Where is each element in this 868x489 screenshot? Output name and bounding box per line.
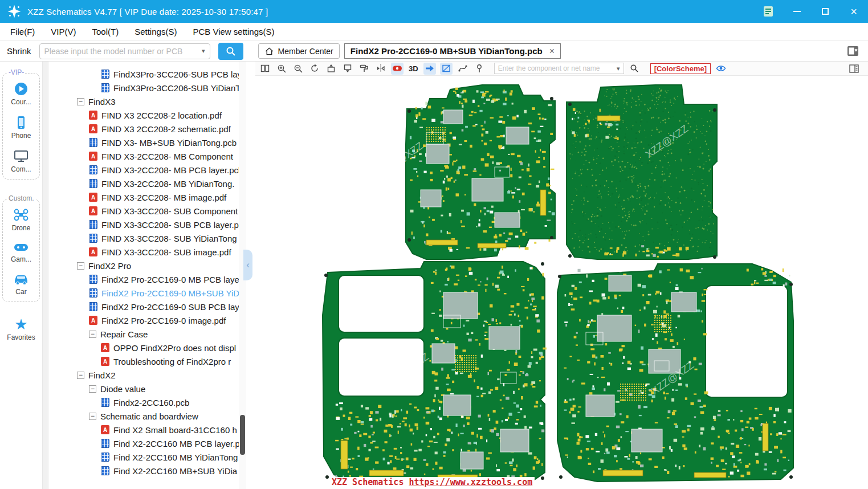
- next-board-icon[interactable]: [423, 63, 436, 75]
- tree-item[interactable]: −Repair Case: [48, 327, 246, 341]
- close-panel-icon[interactable]: [847, 46, 859, 56]
- collapse-minus-icon[interactable]: −: [89, 413, 96, 420]
- tree-item[interactable]: AOPPO FindX2Pro does not displ: [48, 341, 246, 354]
- tab-close-icon[interactable]: ×: [549, 46, 555, 56]
- zoom-in-icon[interactable]: [275, 63, 288, 75]
- net-search-icon[interactable]: [628, 63, 641, 75]
- tree-item[interactable]: −Schematic and boardview: [48, 409, 246, 423]
- tree-item[interactable]: Find X2-2CC160 MB PCB layer.p: [48, 437, 246, 450]
- tree-item[interactable]: FindX2 Pro-2CC169-0 MB PCB laye: [48, 272, 246, 286]
- menu-pcb-view-settings[interactable]: PCB View settings(S): [193, 27, 274, 36]
- tree-item[interactable]: AFIND X3 2CC208-2 schematic.pdf: [48, 122, 246, 136]
- tree-item-label: FIND X3-3CC208- SUB YiDianTong: [101, 234, 237, 243]
- member-center-button[interactable]: Member Center: [258, 43, 340, 59]
- tree-item-label: FIND X3-2CC208- MB image.pdf: [101, 193, 226, 202]
- split-view-icon[interactable]: [259, 63, 271, 75]
- sidebar-item-game[interactable]: Gam...: [11, 241, 31, 263]
- visibility-eye-icon[interactable]: [715, 63, 727, 75]
- pdf-file-icon: A: [89, 316, 97, 325]
- rotate-icon[interactable]: [308, 63, 321, 75]
- tree-item[interactable]: −FindX2: [48, 368, 246, 382]
- tree-item[interactable]: AFIND X3-2CC208- MB image.pdf: [48, 190, 246, 204]
- chevron-down-icon[interactable]: ▾: [617, 66, 620, 72]
- search-button[interactable]: [218, 43, 243, 60]
- tree-item-label: FindX2 Pro-2CC169-0 MB PCB laye: [101, 275, 239, 284]
- tree-item[interactable]: FindX2 Pro-2CC169-0 SUB PCB lay: [48, 300, 246, 313]
- sidebar-item-computer[interactable]: Com...: [11, 149, 31, 173]
- flip-top-icon[interactable]: [325, 63, 337, 75]
- model-search-input[interactable]: [44, 47, 198, 56]
- collapse-minus-icon[interactable]: −: [77, 98, 84, 105]
- shrink-button[interactable]: Shrink: [7, 46, 31, 56]
- close-button[interactable]: ×: [846, 4, 861, 19]
- search-icon: [226, 46, 236, 56]
- tree-item[interactable]: FIND X3-2CC208- MB YiDianTong.: [48, 177, 246, 190]
- pdf-file-icon: A: [101, 425, 109, 434]
- tree-item[interactable]: AFind X2 Small board-31CC160 h: [48, 423, 246, 437]
- maximize-button[interactable]: [818, 4, 833, 19]
- tree-item-label: FindX3Pro-3CC206-SUB PCB lay: [113, 70, 242, 79]
- zoom-out-icon[interactable]: [292, 63, 304, 75]
- tree-item[interactable]: AFIND X3-3CC208- SUB image.pdf: [48, 245, 246, 259]
- mirror-icon[interactable]: [374, 63, 387, 75]
- sidebar-item-favorites[interactable]: ★ Favorites: [0, 317, 42, 341]
- chevron-down-icon[interactable]: ▾: [202, 48, 205, 54]
- tree-item[interactable]: ATroubleshooting of FindX2pro r: [48, 354, 246, 368]
- net-search-input[interactable]: [498, 64, 614, 72]
- net-search-box[interactable]: ▾: [494, 63, 624, 74]
- tree-item[interactable]: AFindX2 Pro-2CC169-0 image.pdf: [48, 313, 246, 327]
- probe-pin-icon[interactable]: [473, 63, 486, 75]
- image-mode-icon[interactable]: [440, 63, 453, 75]
- collapse-minus-icon[interactable]: −: [89, 385, 96, 393]
- tree-item[interactable]: −Diode value: [48, 382, 246, 396]
- tree-item[interactable]: Findx2-2CC160.pcb: [48, 396, 246, 409]
- collapse-tree-handle[interactable]: ‹: [243, 250, 252, 280]
- clipboard-icon[interactable]: [761, 4, 776, 19]
- model-search-box[interactable]: ▾: [39, 43, 210, 59]
- tree-item[interactable]: Find X2-2CC160 MB YiDianTong: [48, 450, 246, 464]
- tree-item[interactable]: FIND X3-3CC208- SUB YiDianTong: [48, 231, 246, 245]
- minimize-button[interactable]: [789, 4, 804, 19]
- tree-item[interactable]: AFIND X3 2CC208-2 location.pdf: [48, 108, 246, 122]
- tree-item[interactable]: FindX2 Pro-2CC169-0 MB+SUB YiD: [48, 286, 246, 300]
- fill-color-icon[interactable]: [358, 63, 370, 75]
- collapse-minus-icon[interactable]: −: [77, 372, 84, 379]
- sidebar-item-drone[interactable]: Drone: [12, 207, 31, 232]
- sidebar-item-course[interactable]: Cour...: [11, 82, 31, 106]
- pcb-document-tab[interactable]: FindX2 Pro-2CC169-0 MB+SUB YiDianTong.pc…: [344, 43, 561, 59]
- colorscheme-button[interactable]: [ColorScheme]: [650, 63, 711, 74]
- menu-tool[interactable]: Tool(T): [92, 27, 119, 36]
- menu-file[interactable]: File(F): [10, 27, 35, 36]
- diode-mode-icon[interactable]: [391, 63, 404, 75]
- tree-item[interactable]: −FindX3: [48, 95, 246, 108]
- tree-item[interactable]: FIND X3-2CC208- MB PCB layer.pcb: [48, 163, 246, 177]
- tree-item[interactable]: AFIND X3-2CC208- MB Component: [48, 149, 246, 163]
- tree-item[interactable]: FindX3Pro-3CC206-SUB PCB lay: [48, 67, 246, 81]
- tree-item[interactable]: FIND X3-3CC208- SUB PCB layer.pc: [48, 218, 246, 231]
- tree-item[interactable]: Find X2-2CC160 MB+SUB YiDia: [48, 464, 246, 478]
- tree-scrollbar-thumb[interactable]: [240, 415, 245, 455]
- pdf-file-icon: A: [89, 124, 97, 133]
- tree-item[interactable]: AFIND X3-3CC208- SUB Component: [48, 204, 246, 218]
- collapse-minus-icon[interactable]: −: [89, 331, 96, 338]
- menu-vip[interactable]: VIP(V): [51, 27, 76, 36]
- sidebar-item-phone[interactable]: Phone: [11, 115, 31, 140]
- 3d-view-button[interactable]: 3D: [409, 64, 418, 73]
- titlebar: XZZ Schematics V4.77 [ VIP Due date: 202…: [0, 0, 868, 23]
- sidebar-scrollbar[interactable]: [43, 62, 48, 489]
- sidebar-item-car[interactable]: Car: [13, 272, 30, 296]
- computer-icon: [13, 149, 29, 164]
- tree-item[interactable]: −FindX2 Pro: [48, 259, 246, 272]
- collapse-minus-icon[interactable]: −: [77, 262, 84, 270]
- file-tree-panel: FindX3Pro-3CC206-SUB PCB layFindX3Pro-3C…: [48, 62, 246, 489]
- curve-measure-icon[interactable]: [457, 63, 469, 75]
- tree-item-label: FIND X3-2CC208- MB Component: [101, 152, 233, 161]
- tree-item[interactable]: FIND X3- MB+SUB YiDianTong.pcb: [48, 136, 246, 149]
- tree-item[interactable]: FindX3Pro-3CC206-SUB YiDianT: [48, 81, 246, 95]
- chevron-left-icon: ‹: [246, 259, 250, 271]
- layers-panel-icon[interactable]: [847, 63, 860, 75]
- menu-settings[interactable]: Settings(S): [135, 27, 177, 36]
- pcb-file-icon: [89, 179, 97, 188]
- flip-bottom-icon[interactable]: [341, 63, 354, 75]
- pcb-canvas[interactable]: XZZ@XZZXZZ@XZZXZZ@XZZXZZ@XZZ XZZ Schemat…: [255, 76, 868, 489]
